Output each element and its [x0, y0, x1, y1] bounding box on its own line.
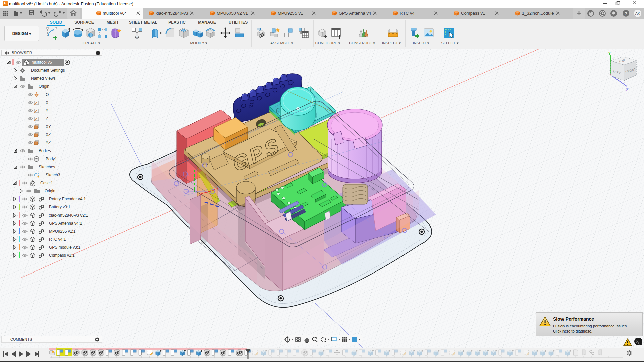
svg-text:?: ? — [625, 11, 627, 16]
svg-text:Y: Y — [608, 51, 611, 56]
svg-text:Z: Z — [626, 87, 629, 92]
svg-text:AK: AK — [635, 11, 640, 15]
